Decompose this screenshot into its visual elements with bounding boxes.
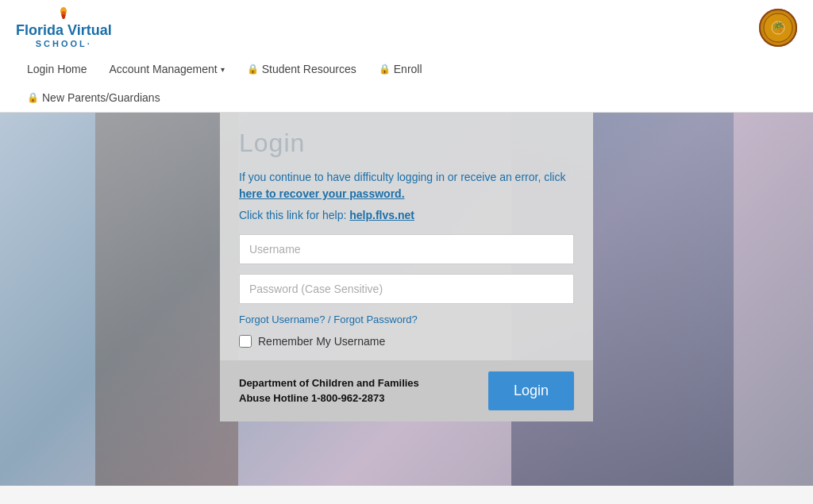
nav-row-1: Login Home Account Management ▾ 🔒 Studen… xyxy=(16,55,797,112)
help-link[interactable]: help.flvs.net xyxy=(349,209,414,221)
nav-row-2: 🔒 New Parents/Guardians xyxy=(16,83,797,112)
hero-left-panel xyxy=(95,113,238,486)
recover-password-link[interactable]: here to recover your password. xyxy=(239,187,405,200)
chevron-down-icon: ▾ xyxy=(221,65,225,74)
login-card: Login If you continue to have difficulty… xyxy=(220,113,593,421)
card-footer: Department of Children and Families Abus… xyxy=(220,360,593,421)
nav-items: Login Home Account Management ▾ 🔒 Studen… xyxy=(16,55,797,83)
state-seal: 🌴 xyxy=(759,9,797,47)
flame-icon xyxy=(56,6,71,21)
login-help: Click this link for help: help.flvs.net xyxy=(239,209,574,221)
header: Florida Virtual SCHOOL· 🌴 Login Home Acc… xyxy=(0,0,813,113)
remember-row: Remember My Username xyxy=(239,335,574,348)
lock-icon: 🔒 xyxy=(247,63,259,75)
remember-checkbox[interactable] xyxy=(239,335,252,348)
hero-area: Login If you continue to have difficulty… xyxy=(0,113,813,486)
nav-enroll[interactable]: 🔒 Enroll xyxy=(368,55,433,83)
forgot-links: Forgot Username? / Forgot Password? xyxy=(239,314,574,325)
nav-new-parents[interactable]: 🔒 New Parents/Guardians xyxy=(16,83,171,112)
logo-text: Florida Virtual SCHOOL· xyxy=(16,22,112,48)
header-top: Florida Virtual SCHOOL· 🌴 xyxy=(16,6,797,55)
login-button[interactable]: Login xyxy=(488,371,574,410)
username-input[interactable] xyxy=(239,234,574,264)
logo: Florida Virtual SCHOOL· xyxy=(16,6,112,48)
password-input[interactable] xyxy=(239,274,574,304)
forgot-username-link[interactable]: Forgot Username? xyxy=(239,314,325,325)
login-message: If you continue to have difficulty loggi… xyxy=(239,169,574,202)
forgot-password-link[interactable]: Forgot Password? xyxy=(333,314,418,325)
login-title: Login xyxy=(239,129,574,158)
lock-icon-2: 🔒 xyxy=(379,63,391,75)
nav-login-home[interactable]: Login Home xyxy=(16,55,98,83)
nav-student-resources[interactable]: 🔒 Student Resources xyxy=(236,55,368,83)
remember-label: Remember My Username xyxy=(258,335,385,348)
nav-account-management[interactable]: Account Management ▾ xyxy=(98,55,236,83)
svg-point-2 xyxy=(62,14,65,19)
footer-text: Department of Children and Families Abus… xyxy=(239,376,419,405)
seal-image: 🌴 xyxy=(759,9,797,47)
lock-icon-3: 🔒 xyxy=(27,92,39,103)
